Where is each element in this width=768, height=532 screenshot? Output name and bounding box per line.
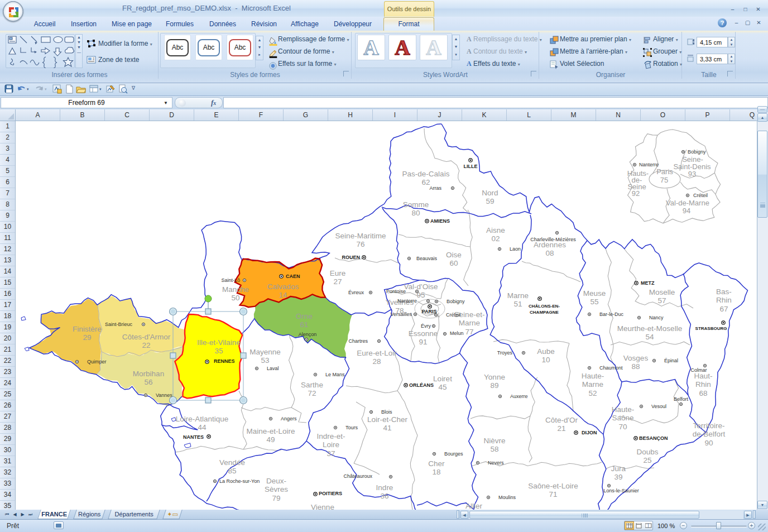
svg-text:Belfort: Belfort <box>674 396 689 402</box>
svg-text:Seine-Maritime: Seine-Maritime <box>335 232 386 240</box>
svg-text:56: 56 <box>144 378 152 386</box>
svg-text:Loire: Loire <box>323 440 339 449</box>
svg-text:Sarthe: Sarthe <box>301 381 323 389</box>
svg-text:Pontoise: Pontoise <box>386 289 406 294</box>
svg-text:91: 91 <box>419 338 427 346</box>
svg-text:10: 10 <box>541 356 550 364</box>
svg-text:18: 18 <box>432 468 440 476</box>
svg-text:Châteauroux: Châteauroux <box>343 473 372 479</box>
svg-text:Bobigny: Bobigny <box>447 299 465 304</box>
svg-text:92: 92 <box>632 189 640 198</box>
svg-text:Colmar: Colmar <box>690 367 707 373</box>
svg-text:Loiret: Loiret <box>433 375 452 383</box>
svg-text:77: 77 <box>465 328 473 336</box>
svg-text:28: 28 <box>372 357 381 366</box>
svg-text:Côte-d'Or: Côte-d'Or <box>545 416 578 424</box>
svg-text:Angers: Angers <box>281 416 297 421</box>
svg-text:Allier: Allier <box>465 502 483 510</box>
svg-text:Pas-de-Calais: Pas-de-Calais <box>402 170 450 178</box>
svg-text:50: 50 <box>231 294 239 302</box>
svg-text:Saint-Lô: Saint-Lô <box>221 277 240 283</box>
svg-text:Arras: Arras <box>429 185 441 191</box>
svg-text:Oise: Oise <box>446 251 462 259</box>
svg-text:27: 27 <box>333 277 342 286</box>
svg-text:59: 59 <box>486 197 494 205</box>
svg-text:94: 94 <box>683 207 690 215</box>
svg-text:Meuse: Meuse <box>583 289 606 298</box>
svg-text:45: 45 <box>438 383 447 391</box>
svg-text:Meurthe-et-Moselle: Meurthe-et-Moselle <box>617 324 682 333</box>
svg-text:Paris: Paris <box>656 167 673 176</box>
svg-text:Bas-: Bas- <box>716 287 732 296</box>
svg-text:Eure: Eure <box>330 269 346 277</box>
svg-text:55: 55 <box>590 298 598 306</box>
svg-text:Marne: Marne <box>582 380 603 389</box>
svg-text:61: 61 <box>300 320 308 329</box>
svg-text:Vendée: Vendée <box>219 458 245 467</box>
svg-text:Troyes: Troyes <box>497 350 513 356</box>
svg-text:Mayenne: Mayenne <box>249 348 281 356</box>
svg-text:Moselle: Moselle <box>649 288 675 296</box>
svg-text:Loire-Atlantique: Loire-Atlantique <box>176 415 229 423</box>
svg-text:Morbihan: Morbihan <box>133 370 164 378</box>
svg-text:Aisne: Aisne <box>486 226 505 234</box>
svg-text:Loir-et-Cher: Loir-et-Cher <box>367 415 408 424</box>
svg-text:Saône-et-Loire: Saône-et-Loire <box>528 482 578 490</box>
svg-text:Calvados: Calvados <box>267 282 299 291</box>
svg-text:Sèvres: Sèvres <box>265 485 288 493</box>
svg-text:Indre: Indre <box>376 483 393 492</box>
svg-text:76: 76 <box>356 240 364 248</box>
svg-text:08: 08 <box>545 249 554 257</box>
svg-text:ORLÉANS: ORLÉANS <box>409 382 434 388</box>
svg-text:80: 80 <box>411 209 420 217</box>
svg-text:29: 29 <box>83 333 91 342</box>
svg-text:Laval: Laval <box>267 366 279 371</box>
svg-text:Melun: Melun <box>450 330 464 336</box>
svg-text:Bar-le-Duc: Bar-le-Duc <box>599 311 624 317</box>
svg-text:Maine-et-Loire: Maine-et-Loire <box>246 427 295 435</box>
svg-text:Évreux: Évreux <box>348 290 364 295</box>
svg-text:AMIENS: AMIENS <box>430 218 450 224</box>
svg-text:STRASBOURG: STRASBOURG <box>695 326 727 331</box>
svg-text:90: 90 <box>704 439 713 447</box>
svg-text:71: 71 <box>549 490 557 499</box>
svg-text:Blois: Blois <box>381 409 392 415</box>
svg-text:60: 60 <box>449 259 458 267</box>
svg-text:58: 58 <box>490 445 498 453</box>
svg-text:93: 93 <box>688 170 696 178</box>
svg-text:Nanterre: Nanterre <box>639 162 659 167</box>
svg-text:Nièvre: Nièvre <box>483 437 505 445</box>
svg-text:Essonne: Essonne <box>409 329 438 338</box>
svg-text:88: 88 <box>631 362 640 371</box>
svg-text:Nanterre: Nanterre <box>397 298 417 304</box>
svg-text:Épinal: Épinal <box>664 358 678 363</box>
svg-text:36: 36 <box>380 492 388 500</box>
svg-text:POITIERS: POITIERS <box>319 491 342 496</box>
svg-text:Bobigny: Bobigny <box>688 149 706 155</box>
svg-text:Chaumont: Chaumont <box>599 365 623 371</box>
svg-text:Eure-et-Loir: Eure-et-Loir <box>357 349 397 357</box>
svg-text:Bourges: Bourges <box>444 451 463 457</box>
svg-text:Yonne: Yonne <box>484 373 505 381</box>
svg-text:35: 35 <box>214 347 223 355</box>
svg-text:Territoire-: Territoire- <box>693 421 724 430</box>
svg-text:METZ: METZ <box>641 280 655 286</box>
svg-text:Val-de-Marne: Val-de-Marne <box>666 199 709 207</box>
svg-text:RENNES: RENNES <box>214 358 235 364</box>
svg-text:14: 14 <box>279 291 287 299</box>
svg-text:51: 51 <box>513 300 522 308</box>
svg-text:62: 62 <box>421 178 430 186</box>
svg-text:de-Belfort: de-Belfort <box>693 430 726 438</box>
svg-text:Charleville-Mézières: Charleville-Mézières <box>530 237 576 242</box>
svg-text:02: 02 <box>491 234 500 243</box>
svg-text:Vannes: Vannes <box>156 392 172 398</box>
svg-text:Vosges: Vosges <box>623 354 649 362</box>
svg-text:Deux-: Deux- <box>266 477 286 485</box>
svg-text:CAEN: CAEN <box>286 274 300 279</box>
svg-text:39: 39 <box>614 473 622 481</box>
svg-text:Le Mans: Le Mans <box>325 372 345 377</box>
svg-text:22: 22 <box>142 341 150 349</box>
svg-text:Haute-: Haute- <box>582 372 604 380</box>
svg-text:Moulins: Moulins <box>498 495 516 500</box>
svg-text:BESANÇON: BESANÇON <box>639 435 668 441</box>
